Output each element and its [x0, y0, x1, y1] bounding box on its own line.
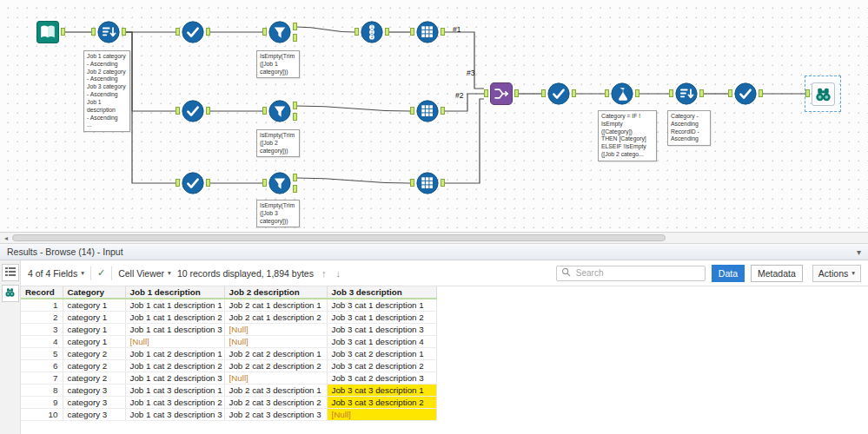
input-anchor[interactable]	[410, 107, 414, 115]
table-cell[interactable]: Job 3 cat 3 description 1	[327, 385, 436, 397]
output-anchor[interactable]	[514, 89, 519, 97]
table-cell[interactable]: Job 3 cat 2 description 1	[327, 348, 436, 360]
table-cell[interactable]: Job 2 cat 3 description 1	[224, 385, 327, 397]
tool-annotation[interactable]: Category - Ascending RecordID - Ascendin…	[667, 110, 711, 146]
filter3-tool[interactable]	[268, 172, 291, 194]
table-cell[interactable]: Job 3 cat 1 description 3	[327, 324, 436, 336]
output-anchor[interactable]	[206, 28, 210, 36]
results-panel-header[interactable]: Results - Browse (14) - Input ▾	[0, 244, 868, 260]
collapse-chevron-icon[interactable]: ▾	[857, 247, 861, 257]
table-cell[interactable]: 3	[21, 324, 63, 336]
scroll-down-button[interactable]: ↓	[334, 268, 342, 279]
select4-tool[interactable]	[547, 82, 570, 105]
input-anchor[interactable]	[262, 179, 267, 187]
tool-annotation[interactable]: IsEmpty(Trim ([Job 3 category]))	[256, 200, 300, 227]
output-anchor[interactable]	[385, 28, 389, 36]
table-cell[interactable]: Job 3 cat 1 description 2	[327, 312, 436, 324]
input-anchor[interactable]	[484, 89, 488, 97]
input-anchor[interactable]	[410, 179, 414, 187]
input-anchor[interactable]	[176, 107, 180, 115]
search-input[interactable]	[574, 267, 700, 279]
canvas-hscrollbar[interactable]: ◂	[0, 233, 868, 244]
search-box[interactable]	[556, 266, 706, 281]
table-row[interactable]: 3category 1Job 1 cat 1 description 3[Nul…	[21, 324, 436, 336]
output-anchor[interactable]	[122, 28, 126, 36]
select1-tool[interactable]	[182, 21, 204, 43]
cell-viewer-dropdown[interactable]: Cell Viewer ▾	[118, 268, 171, 279]
table-cell[interactable]: [Null]	[327, 409, 436, 421]
output-anchor[interactable]	[206, 179, 210, 187]
metadata-tab-button[interactable]: Metadata	[751, 265, 803, 282]
column-header[interactable]: Record	[21, 286, 63, 299]
table-cell[interactable]: category 1	[63, 324, 125, 336]
tool-annotation[interactable]: IsEmpty(Trim ([Job 2 category]))	[256, 129, 300, 157]
filter2-tool[interactable]	[268, 100, 291, 122]
table-row[interactable]: 7category 2Job 1 cat 2 description 3[Nul…	[21, 372, 436, 385]
output-anchor[interactable]	[293, 34, 297, 42]
table-cell[interactable]: category 2	[63, 348, 125, 360]
table-cell[interactable]: category 2	[63, 372, 125, 385]
input-anchor[interactable]	[176, 179, 180, 187]
table-cell[interactable]: Job 2 cat 1 description 1	[224, 299, 327, 312]
table-cell[interactable]: 9	[21, 397, 63, 409]
table-cell[interactable]: 1	[21, 299, 63, 312]
table-cell[interactable]: Job 3 cat 1 description 1	[327, 299, 436, 312]
table-row[interactable]: 5category 2Job 1 cat 2 description 1Job …	[21, 348, 436, 360]
output-anchor[interactable]	[441, 107, 445, 115]
table-cell[interactable]: Job 2 cat 2 description 2	[224, 360, 327, 372]
table-cell[interactable]: 10	[21, 409, 63, 421]
table-row[interactable]: 4category 1[Null][Null]Job 3 cat 1 descr…	[21, 336, 436, 348]
select5-tool[interactable]	[734, 82, 757, 105]
scroll-left-icon[interactable]: ◂	[0, 234, 12, 242]
output-anchor[interactable]	[293, 174, 297, 181]
sort1-tool[interactable]	[97, 21, 120, 43]
input-anchor[interactable]	[805, 89, 810, 97]
input-anchor[interactable]	[91, 28, 96, 36]
filter1-tool[interactable]	[268, 21, 291, 43]
column-header[interactable]: Category	[63, 286, 125, 299]
tile-tool[interactable]: 123	[361, 21, 383, 43]
output-anchor[interactable]	[441, 179, 445, 187]
table-cell[interactable]: 5	[21, 348, 63, 360]
input-anchor[interactable]	[410, 28, 414, 36]
apply-check-icon[interactable]: ✓	[97, 267, 105, 279]
crosstab1-tool[interactable]	[416, 21, 439, 43]
output-anchor[interactable]	[293, 185, 297, 193]
table-cell[interactable]: Job 3 cat 2 description 3	[327, 372, 436, 385]
output-anchor[interactable]	[572, 89, 576, 97]
browse-tool[interactable]	[812, 82, 834, 105]
output-anchor[interactable]	[759, 89, 763, 97]
grid-view-button[interactable]	[2, 264, 19, 281]
output-anchor[interactable]	[293, 23, 297, 30]
table-row[interactable]: 1category 1Job 1 cat 1 description 1Job …	[21, 299, 436, 312]
table-cell[interactable]: Job 2 cat 3 description 2	[224, 397, 327, 409]
table-cell[interactable]: Job 1 cat 1 description 1	[125, 299, 224, 312]
input-anchor[interactable]	[262, 28, 267, 36]
input-anchor[interactable]	[728, 89, 732, 97]
table-row[interactable]: 9category 3Job 1 cat 3 description 2Job …	[21, 397, 436, 409]
output-anchor[interactable]	[61, 28, 65, 36]
scroll-up-button[interactable]: ↑	[320, 268, 328, 279]
table-cell[interactable]: category 3	[63, 397, 125, 409]
output-anchor[interactable]	[293, 102, 297, 109]
sort2-tool[interactable]	[675, 82, 698, 105]
table-cell[interactable]: Job 3 cat 3 description 2	[327, 397, 436, 409]
table-cell[interactable]: 6	[21, 360, 63, 372]
workflow-canvas[interactable]: 123Job 1 category - Ascending Job 2 cate…	[0, 0, 868, 233]
table-cell[interactable]: [Null]	[125, 336, 224, 348]
table-cell[interactable]: category 2	[63, 360, 125, 372]
table-cell[interactable]: Job 1 cat 3 description 1	[125, 385, 224, 397]
select3-tool[interactable]	[182, 172, 204, 194]
tool-annotation[interactable]: Category = IF ! IsEmpty ([Category]) THE…	[598, 110, 657, 161]
tool-annotation[interactable]: IsEmpty(Trim ([Job 1 category]))	[256, 50, 300, 78]
table-cell[interactable]: Job 1 cat 2 description 1	[125, 348, 224, 360]
table-cell[interactable]: Job 1 cat 1 description 3	[125, 324, 224, 336]
table-cell[interactable]: Job 2 cat 3 description 3	[224, 409, 327, 421]
table-cell[interactable]: category 3	[63, 409, 125, 421]
output-anchor[interactable]	[699, 89, 704, 97]
data-tab-button[interactable]: Data	[712, 265, 745, 282]
table-cell[interactable]: Job 1 cat 3 description 3	[125, 409, 224, 421]
table-row[interactable]: 10category 3Job 1 cat 3 description 3Job…	[21, 409, 436, 421]
input-tool[interactable]	[36, 21, 59, 43]
table-cell[interactable]: Job 1 cat 2 description 3	[125, 372, 224, 385]
